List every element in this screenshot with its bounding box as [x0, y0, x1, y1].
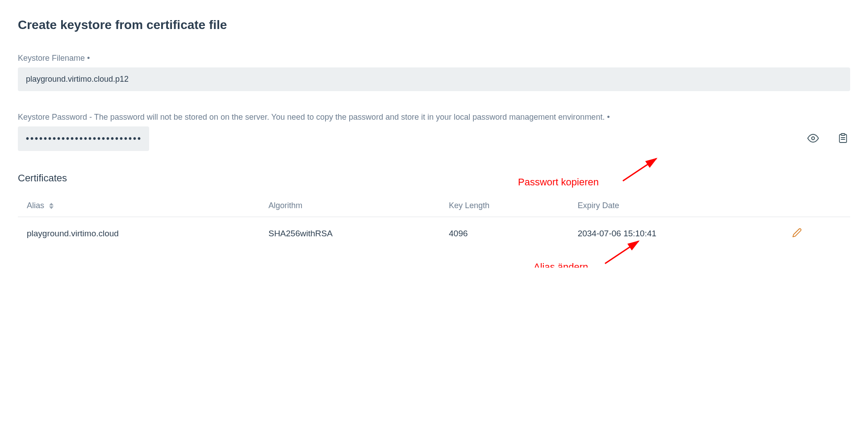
- password-label: Keystore Password - The password will no…: [18, 113, 850, 122]
- table-row: playground.virtimo.cloud SHA256withRSA 4…: [18, 217, 850, 250]
- cell-algorithm: SHA256withRSA: [259, 217, 440, 250]
- annotation-edit-alias: Alias ändern: [534, 261, 588, 268]
- eye-icon: [807, 132, 819, 145]
- column-header-expiry[interactable]: Expiry Date: [569, 195, 781, 217]
- clipboard-icon: [838, 133, 848, 145]
- svg-point-0: [812, 137, 815, 140]
- filename-label: Keystore Filename •: [18, 54, 850, 63]
- toggle-password-visibility-button[interactable]: [805, 130, 821, 147]
- column-header-alias-label: Alias: [27, 201, 44, 210]
- page-title: Create keystore from certificate file: [18, 18, 850, 32]
- password-field-group: Keystore Password - The password will no…: [18, 113, 850, 151]
- cell-alias: playground.virtimo.cloud: [18, 217, 259, 250]
- pencil-icon: [792, 228, 802, 239]
- password-input[interactable]: [18, 126, 149, 151]
- cell-expiry: 2034-07-06 15:10:41: [569, 217, 781, 250]
- certificates-table: Alias Algorithm Key Length Expiry Date p…: [18, 195, 850, 250]
- edit-alias-button[interactable]: [790, 226, 804, 241]
- cell-keylength: 4096: [440, 217, 568, 250]
- column-header-actions: [781, 195, 850, 217]
- filename-input[interactable]: [18, 67, 850, 91]
- column-header-alias[interactable]: Alias: [18, 195, 259, 217]
- svg-rect-1: [841, 134, 845, 135]
- sort-icon: [49, 203, 54, 209]
- certificates-section-title: Certificates: [18, 172, 850, 184]
- copy-password-button[interactable]: [836, 131, 850, 147]
- filename-field-group: Keystore Filename •: [18, 54, 850, 91]
- column-header-keylength[interactable]: Key Length: [440, 195, 568, 217]
- column-header-algorithm[interactable]: Algorithm: [259, 195, 440, 217]
